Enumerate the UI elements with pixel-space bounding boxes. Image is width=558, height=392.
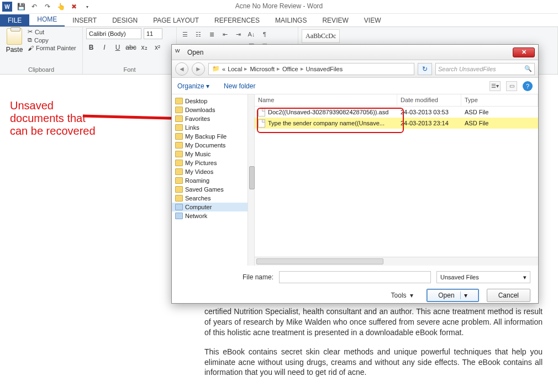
dialog-title: Open — [187, 49, 203, 56]
dialog-body: Desktop Downloads Favorites Links My Bac… — [172, 94, 538, 266]
tab-review[interactable]: REVIEW — [314, 14, 356, 27]
sort-button[interactable]: A↓ — [246, 29, 256, 39]
folder-icon — [175, 177, 183, 184]
superscript-button[interactable]: x² — [152, 43, 162, 52]
tree-item: Links — [172, 123, 248, 132]
qat-touch-icon[interactable]: 👆 — [56, 2, 65, 11]
qat-error-icon[interactable]: ✖ — [70, 2, 78, 11]
cancel-button[interactable]: Cancel — [487, 289, 530, 302]
nav-back-button[interactable]: ◄ — [175, 62, 188, 76]
network-icon — [175, 213, 183, 219]
tree-item: Desktop — [172, 97, 248, 105]
open-button[interactable]: Open▾ — [427, 289, 478, 302]
tree-item: Favorites — [172, 114, 248, 123]
col-date[interactable]: Date modified — [397, 94, 461, 106]
folder-icon — [175, 195, 183, 202]
list-item-selected[interactable]: Type the sender company name((Unsave... … — [255, 118, 538, 129]
paste-label: Paste — [6, 46, 23, 54]
tab-mailings[interactable]: MAILINGS — [267, 14, 314, 27]
indent-dec-button[interactable]: ⇤ — [220, 29, 230, 39]
tab-insert[interactable]: INSERT — [65, 14, 104, 27]
tree-scrollbar[interactable] — [248, 94, 255, 266]
tab-file[interactable]: FILE — [0, 14, 29, 27]
col-name[interactable]: Name — [255, 94, 397, 106]
breadcrumb[interactable]: 📁 « Local▸ Microsoft▸ Office▸ UnsavedFil… — [208, 63, 414, 75]
view-options-button[interactable]: ☰▾ — [489, 81, 501, 91]
copy-button[interactable]: ⧉Copy — [28, 36, 76, 44]
preview-pane-button[interactable]: ▭ — [506, 81, 517, 91]
qat-redo-icon[interactable]: ↷ — [43, 2, 52, 11]
copy-icon: ⧉ — [28, 36, 32, 44]
list-item[interactable]: Doc2((Unsaved-302879390824287056)).asd 2… — [255, 107, 538, 118]
tree-item: Downloads — [172, 105, 248, 114]
tab-home[interactable]: HOME — [29, 13, 65, 27]
paste-button[interactable]: Paste — [3, 28, 25, 54]
underline-button[interactable]: U — [113, 43, 123, 52]
tab-page-layout[interactable]: PAGE LAYOUT — [145, 14, 207, 27]
folder-icon — [175, 98, 183, 104]
font-name-select[interactable]: Calibri (Body) — [86, 28, 141, 39]
folder-tree[interactable]: Desktop Downloads Favorites Links My Bac… — [172, 94, 248, 266]
style-normal[interactable]: AaBbCcDc — [302, 29, 340, 43]
strike-button[interactable]: abc — [126, 43, 136, 52]
group-clipboard: Paste ✂Cut ⧉Copy 🖌Format Painter Clipboa… — [0, 27, 83, 74]
folder-icon — [175, 186, 183, 193]
indent-inc-button[interactable]: ⇥ — [233, 29, 243, 39]
file-icon — [258, 108, 265, 116]
window-title: Acne No More Review - Word — [235, 2, 323, 10]
file-type-filter[interactable]: Unsaved Files▾ — [436, 271, 530, 283]
search-icon: 🔍 — [524, 65, 532, 72]
tree-item: My Documents — [172, 141, 248, 150]
list-header[interactable]: Name Date modified Type — [255, 94, 538, 107]
italic-button[interactable]: I — [99, 43, 109, 52]
format-painter-button[interactable]: 🖌Format Painter — [28, 45, 76, 51]
multilevel-button[interactable]: ≣ — [207, 29, 217, 39]
brush-icon: 🖌 — [28, 45, 34, 51]
bullets-button[interactable]: ☰ — [180, 29, 190, 39]
col-type[interactable]: Type — [461, 94, 538, 106]
organize-menu[interactable]: Organize ▾ — [177, 82, 209, 90]
scissors-icon: ✂ — [28, 28, 33, 35]
group-font: Calibri (Body) 11 B I U abc x₂ x² Font — [83, 27, 177, 74]
tree-item: Saved Games — [172, 185, 248, 194]
cut-button[interactable]: ✂Cut — [28, 28, 76, 35]
dialog-app-icon: W — [175, 48, 184, 57]
dialog-titlebar[interactable]: W Open ✕ — [172, 45, 538, 60]
bold-button[interactable]: B — [86, 43, 96, 52]
tree-item: My Backup File — [172, 132, 248, 141]
file-list[interactable]: Name Date modified Type Doc2((Unsaved-30… — [255, 94, 538, 266]
refresh-button[interactable]: ↻ — [418, 63, 432, 75]
filename-label: File name: — [180, 273, 273, 281]
new-folder-button[interactable]: New folder — [224, 82, 255, 90]
group-label-clipboard: Clipboard — [0, 66, 82, 73]
qat-undo-icon[interactable]: ↶ — [30, 2, 39, 11]
tree-item-computer: Computer — [172, 203, 248, 211]
font-size-select[interactable]: 11 — [144, 28, 162, 39]
show-marks-button[interactable]: ¶ — [260, 29, 270, 39]
list-hscrollbar[interactable] — [255, 257, 538, 266]
nav-forward-button[interactable]: ► — [192, 62, 205, 76]
folder-icon: 📁 — [212, 65, 220, 72]
word-app-icon: W — [2, 2, 12, 12]
folder-icon — [175, 168, 183, 175]
numbering-button[interactable]: ☷ — [193, 29, 203, 39]
folder-icon — [175, 142, 183, 149]
tree-item: My Videos — [172, 167, 248, 176]
tab-view[interactable]: VIEW — [356, 14, 389, 27]
qat-save-icon[interactable]: 💾 — [17, 2, 25, 11]
subscript-button[interactable]: x₂ — [139, 43, 149, 52]
body-paragraph-2: This eBook contains secret skin clear me… — [204, 347, 543, 378]
search-input[interactable]: Search UnsavedFiles 🔍 — [435, 63, 535, 75]
dialog-toolbar: Organize ▾ New folder ☰▾ ▭ ? — [172, 78, 538, 94]
tab-design[interactable]: DESIGN — [104, 14, 145, 27]
close-button[interactable]: ✕ — [513, 47, 535, 57]
filename-input[interactable] — [279, 271, 431, 283]
folder-icon — [175, 124, 183, 131]
folder-icon — [175, 160, 183, 166]
tools-menu[interactable]: Tools ▾ — [391, 292, 414, 299]
tree-item: Roaming — [172, 176, 248, 185]
help-button[interactable]: ? — [523, 81, 533, 91]
open-dialog: W Open ✕ ◄ ► 📁 « Local▸ Microsoft▸ Offic… — [171, 44, 539, 304]
tab-references[interactable]: REFERENCES — [207, 14, 267, 27]
qat-customize-icon[interactable]: ▾ — [83, 2, 92, 11]
